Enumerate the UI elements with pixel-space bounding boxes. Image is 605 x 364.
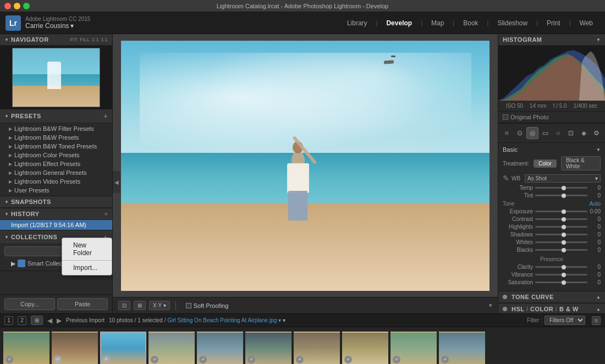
filter-expand-btn[interactable]: ⊞ (592, 316, 601, 325)
history-header[interactable]: ▼ History × (0, 208, 112, 220)
view-grid-btn[interactable]: ⊡ (118, 301, 130, 310)
nav-book[interactable]: Book (457, 17, 485, 29)
filmstrip-thumb-3[interactable]: ✓ (100, 332, 146, 365)
shadows-slider[interactable] (535, 234, 587, 235)
maximize-button[interactable] (23, 3, 30, 9)
temp-slider[interactable] (535, 187, 587, 189)
history-item[interactable]: Import (1/28/17 9:54:16 AM) (0, 220, 112, 230)
tool-icons-row: ⌗ ⊙ ◎ ▭ ○ ⊡ ◈ ⚙ (498, 124, 605, 143)
preset-group-bwfilter[interactable]: ▶ Lightroom B&W Filter Presets (0, 124, 112, 133)
grid-view-btn[interactable]: ⊞ (31, 316, 43, 325)
close-button[interactable] (4, 3, 11, 9)
nav-develop[interactable]: Develop (380, 17, 419, 29)
clarity-thumb[interactable] (562, 265, 566, 269)
page-num-1[interactable]: 1 (4, 316, 13, 325)
whites-slider[interactable] (535, 241, 587, 243)
filmstrip-thumb-6[interactable]: ✓ (245, 332, 292, 365)
gradient-tool[interactable]: ▭ (539, 127, 551, 139)
context-menu-import[interactable]: Import... (62, 261, 112, 275)
highlights-slider[interactable] (535, 226, 587, 228)
spot-heal-tool[interactable]: ⊙ (514, 127, 526, 139)
clarity-slider[interactable] (535, 266, 587, 268)
thumb-badge-1: ✓ (6, 356, 13, 363)
nav-web[interactable]: Web (573, 17, 600, 29)
preset-group-effect[interactable]: ▶ Lightroom Effect Presets (0, 159, 112, 168)
snapshots-header[interactable]: ▼ Snapshots (0, 196, 112, 208)
tint-thumb[interactable] (562, 194, 566, 198)
filmstrip-thumb-9[interactable]: ✓ (391, 332, 437, 365)
bw-treatment-btn[interactable]: Black & White (561, 156, 601, 170)
filmstrip-thumb-5[interactable]: ✓ (197, 332, 243, 365)
contrast-thumb[interactable] (562, 217, 566, 222)
presets-header[interactable]: ▼ Presets + (0, 109, 112, 123)
history-close[interactable]: × (105, 211, 108, 217)
preset-group-video[interactable]: ▶ Lightroom Video Presets (0, 177, 112, 186)
filmstrip-thumb-8[interactable]: ✓ (342, 332, 388, 365)
context-menu-new-folder[interactable]: New Folder (62, 238, 112, 260)
shadows-thumb[interactable] (562, 233, 566, 237)
highlights-thumb[interactable] (562, 225, 566, 229)
vibrance-thumb[interactable] (562, 273, 566, 277)
minimize-button[interactable] (14, 3, 20, 9)
vibrance-slider[interactable] (535, 274, 587, 275)
presets-add-button[interactable]: + (103, 112, 108, 120)
top-nav: Lr Adobe Lightroom CC 2015 Carrie Cousin… (0, 12, 605, 34)
color-treatment-btn[interactable]: Color (534, 159, 557, 168)
original-photo-checkbox[interactable] (503, 114, 508, 120)
saturation-thumb[interactable] (562, 280, 566, 285)
window-controls[interactable] (4, 3, 30, 9)
tint-slider[interactable] (535, 195, 587, 196)
soft-proofing-checkbox[interactable] (186, 303, 191, 308)
exposure-slider[interactable] (535, 211, 587, 212)
tone-curve-header[interactable]: Tone Curve ▲ (498, 291, 605, 303)
paste-button[interactable]: Paste (57, 298, 108, 310)
radial-tool[interactable]: ○ (552, 127, 564, 139)
nav-print[interactable]: Print (540, 17, 567, 29)
adjustment-brush[interactable]: ⊡ (565, 127, 577, 139)
redeye-tool[interactable]: ◎ (526, 127, 538, 139)
view-compare-btn[interactable]: ⊞ (134, 301, 146, 310)
filmstrip-thumb-10[interactable]: ✓ (439, 332, 485, 365)
soft-proofing-dropdown[interactable]: ▾ (489, 302, 492, 309)
filmstrip-thumb-7[interactable]: ✓ (294, 332, 340, 365)
saturation-slider[interactable] (535, 282, 587, 283)
temp-thumb[interactable] (562, 186, 566, 190)
nav-map[interactable]: Map (425, 17, 450, 29)
wb-eyedropper[interactable]: ✎ (503, 174, 509, 183)
histogram-header[interactable]: Histogram ▼ (498, 34, 605, 46)
blacks-slider[interactable] (535, 249, 587, 251)
previous-import-label[interactable]: Previous Import (66, 317, 105, 323)
preset-group-bw[interactable]: ▶ Lightroom B&W Presets (0, 133, 112, 142)
snapshots-title: Snapshots (11, 198, 51, 205)
blacks-thumb[interactable] (562, 248, 566, 252)
page-num-2[interactable]: 2 (18, 316, 26, 325)
person-silhouette (276, 122, 320, 220)
preset-group-color[interactable]: ▶ Lightroom Color Presets (0, 151, 112, 159)
lens-correction[interactable]: ◈ (578, 127, 590, 139)
view-xy-btn[interactable]: X·Y ▾ (149, 301, 170, 310)
preset-group-user[interactable]: ▶ User Presets (0, 186, 112, 195)
filmstrip-thumb-2[interactable]: ✓ (52, 332, 98, 365)
nav-prev[interactable]: ◀ (47, 317, 52, 324)
hsl-header[interactable]: HSL / Color / B & W ▲ (498, 304, 605, 313)
copy-button[interactable]: Copy... (4, 298, 55, 310)
nav-library[interactable]: Library (340, 17, 374, 29)
filmstrip-thumb-4[interactable]: ✓ (148, 332, 195, 365)
crop-tool[interactable]: ⌗ (501, 127, 513, 139)
highlights-label: Highlights (503, 224, 533, 230)
preset-group-bwtoned[interactable]: ▶ Lightroom B&W Toned Presets (0, 142, 112, 151)
exposure-thumb[interactable] (562, 209, 566, 214)
wb-value-dropdown[interactable]: As Shot ▾ (525, 174, 601, 183)
filmstrip-thumb-1[interactable]: ✓ (3, 332, 50, 365)
nav-next[interactable]: ▶ (57, 317, 62, 324)
photo-name-link[interactable]: Girl Sitting On Beach Pointing At Airpla… (167, 317, 281, 323)
navigator-header[interactable]: ▼ Navigator FIT FILL 1:1 1:1 (0, 34, 112, 46)
preset-group-general[interactable]: ▶ Lightroom General Presets (0, 168, 112, 177)
nav-slideshow[interactable]: Slideshow (491, 17, 534, 29)
filter-dropdown[interactable]: Filters Off (544, 316, 585, 325)
whites-thumb[interactable] (562, 240, 566, 245)
contrast-slider[interactable] (535, 218, 587, 220)
auto-btn[interactable]: Auto (589, 201, 601, 207)
tone-row: Tone Auto (503, 201, 601, 207)
settings-tool[interactable]: ⚙ (590, 127, 602, 139)
